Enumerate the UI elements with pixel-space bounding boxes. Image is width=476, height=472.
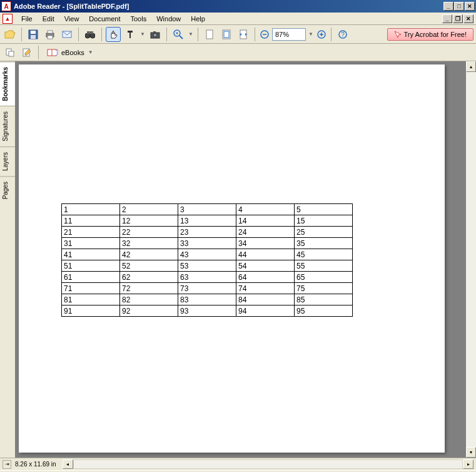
- table-cell: 42: [120, 249, 178, 260]
- table-cell: 94: [236, 305, 295, 317]
- sidebar-tab-bookmarks[interactable]: Bookmarks: [0, 61, 15, 106]
- review-button[interactable]: [3, 45, 18, 60]
- menu-file[interactable]: File: [16, 14, 38, 24]
- table-cell: 91: [62, 305, 120, 317]
- help-circle-icon: ?: [338, 30, 347, 39]
- scroll-track[interactable]: [466, 72, 476, 447]
- table-cell: 83: [178, 294, 236, 305]
- pen-icon: [22, 48, 32, 58]
- sign-button[interactable]: [19, 45, 34, 60]
- svg-rect-18: [206, 30, 213, 39]
- ebooks-dropdown[interactable]: ▼: [88, 49, 94, 55]
- hscroll-left-button[interactable]: ◂: [63, 459, 73, 469]
- svg-text:?: ?: [341, 31, 345, 38]
- table-cell: 62: [120, 272, 178, 283]
- scroll-up-button[interactable]: ▴: [466, 61, 476, 72]
- app-icon: A: [1, 1, 11, 11]
- table-cell: 22: [120, 227, 178, 238]
- table-cell: 11: [62, 215, 120, 227]
- window-title: Adobe Reader - [SplitTablePDF.pdf]: [14, 3, 443, 10]
- pdf-icon: ▲: [3, 14, 13, 24]
- table-row: 5152535455: [62, 260, 353, 272]
- table-cell: 71: [62, 283, 120, 294]
- ebooks-label: eBooks: [61, 49, 84, 56]
- menu-window[interactable]: Window: [151, 14, 186, 24]
- search-button[interactable]: [83, 27, 98, 42]
- help-button[interactable]: ?: [335, 27, 350, 42]
- main-toolbar: ▼ ▼ ▼ ? Try Acrobat for Free!: [0, 25, 476, 44]
- zoom-in-plus-button[interactable]: [316, 27, 327, 42]
- snapshot-button[interactable]: [148, 27, 163, 42]
- table-cell: 35: [295, 238, 353, 249]
- menu-tools[interactable]: Tools: [126, 14, 152, 24]
- svg-rect-4: [48, 31, 53, 33]
- zoom-value-dropdown[interactable]: ▼: [308, 31, 314, 37]
- zoom-input[interactable]: [272, 28, 306, 41]
- table-cell: 63: [178, 272, 236, 283]
- expand-nav-button[interactable]: ⇥: [3, 460, 11, 469]
- sidebar-tab-signatures[interactable]: Signatures: [0, 106, 15, 146]
- open-button[interactable]: [3, 27, 18, 42]
- menu-document[interactable]: Document: [84, 14, 125, 24]
- menu-help[interactable]: Help: [186, 14, 210, 24]
- fit-page-button[interactable]: [219, 27, 234, 42]
- zoom-dropdown[interactable]: ▼: [188, 31, 194, 37]
- sidebar-tab-layers[interactable]: Layers: [0, 146, 15, 176]
- table-cell: 81: [62, 294, 120, 305]
- hscroll-track[interactable]: [73, 459, 463, 469]
- table-cell: 43: [178, 249, 236, 260]
- table-row: 9192939495: [62, 305, 353, 317]
- table-row: 12345: [62, 204, 353, 215]
- table-cell: 82: [120, 294, 178, 305]
- ebooks-button[interactable]: eBooks ▼: [43, 46, 98, 59]
- camera-icon: [150, 30, 160, 39]
- ebook-icon: [47, 48, 58, 58]
- horizontal-scrollbar[interactable]: ◂ ▸: [63, 459, 473, 469]
- table-cell: 15: [295, 215, 353, 227]
- zoom-out-button[interactable]: [259, 27, 270, 42]
- select-dropdown[interactable]: ▼: [139, 31, 146, 37]
- fit-width-button[interactable]: [236, 27, 251, 42]
- mdi-minimize-button[interactable]: _: [442, 14, 452, 23]
- menu-edit[interactable]: Edit: [38, 14, 59, 24]
- email-button[interactable]: [59, 27, 74, 42]
- minimize-button[interactable]: _: [443, 2, 453, 11]
- try-acrobat-button[interactable]: Try Acrobat for Free!: [387, 28, 473, 41]
- table-cell: 44: [236, 249, 295, 260]
- scroll-down-button[interactable]: ▾: [466, 447, 476, 458]
- sidebar-tab-pages[interactable]: Pages: [0, 176, 15, 204]
- table-row: 6162636465: [62, 272, 353, 283]
- table-cell: 5: [295, 204, 353, 215]
- mdi-close-button[interactable]: ✕: [463, 14, 473, 23]
- document-viewport[interactable]: 1234511121314152122232425313233343541424…: [16, 61, 465, 458]
- actual-size-button[interactable]: [202, 27, 217, 42]
- text-select-button[interactable]: [123, 27, 138, 42]
- table-cell: 2: [120, 204, 178, 215]
- table-row: 8182838485: [62, 294, 353, 305]
- maximize-button[interactable]: □: [454, 2, 464, 11]
- table-cell: 75: [295, 283, 353, 294]
- close-button[interactable]: ✕: [465, 2, 475, 11]
- table-cell: 93: [178, 305, 236, 317]
- hscroll-right-button[interactable]: ▸: [463, 459, 473, 469]
- table-cell: 21: [62, 227, 120, 238]
- mdi-restore-button[interactable]: ❐: [453, 14, 463, 23]
- zoom-in-button[interactable]: [171, 27, 186, 42]
- menu-view[interactable]: View: [59, 14, 84, 24]
- save-button[interactable]: [26, 27, 41, 42]
- table-cell: 85: [295, 294, 353, 305]
- page-fit-icon: [222, 29, 231, 39]
- hand-tool-button[interactable]: [106, 27, 121, 42]
- table-cell: 12: [120, 215, 178, 227]
- vertical-scrollbar[interactable]: ▴ ▾: [465, 61, 476, 458]
- table-cell: 14: [236, 215, 295, 227]
- table-cell: 45: [295, 249, 353, 260]
- statusbar: ⇥ 8.26 x 11.69 in ◂ ▸: [0, 458, 476, 470]
- secondary-toolbar: eBooks ▼: [0, 44, 476, 61]
- svg-rect-5: [48, 36, 53, 39]
- print-button[interactable]: [43, 27, 58, 42]
- table-cell: 84: [236, 294, 295, 305]
- document-name-text: [SplitTablePDF.pdf]: [66, 3, 129, 10]
- text-cursor-icon: [125, 29, 135, 39]
- svg-rect-2: [31, 35, 36, 39]
